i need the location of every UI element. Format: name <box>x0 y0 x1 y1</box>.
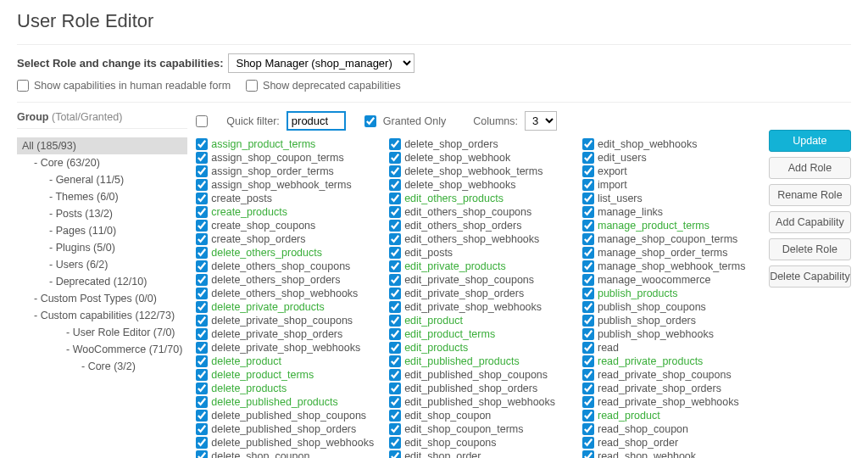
capability-checkbox[interactable] <box>389 193 401 204</box>
capability-row[interactable]: delete_private_shop_orders <box>196 327 374 341</box>
capability-row[interactable]: edit_others_shop_coupons <box>389 205 567 219</box>
tree-item[interactable]: - WooCommerce (71/70) <box>17 341 187 358</box>
tree-item[interactable]: - User Role Editor (7/0) <box>17 324 187 341</box>
capability-row[interactable]: import <box>582 178 760 192</box>
capability-checkbox[interactable] <box>389 220 401 232</box>
tree-item[interactable]: - Plugins (5/0) <box>17 239 187 256</box>
capability-row[interactable]: publish_shop_webhooks <box>582 327 760 341</box>
update-button[interactable]: Update <box>769 130 851 152</box>
capability-row[interactable]: delete_product_terms <box>196 368 374 382</box>
capability-checkbox[interactable] <box>196 437 208 449</box>
capability-checkbox[interactable] <box>582 179 594 191</box>
capability-checkbox[interactable] <box>389 315 401 327</box>
capability-checkbox[interactable] <box>389 179 401 191</box>
capability-row[interactable]: edit_others_products <box>389 192 567 205</box>
capability-checkbox[interactable] <box>389 165 401 177</box>
capability-checkbox[interactable] <box>196 220 208 232</box>
capability-checkbox[interactable] <box>389 437 401 449</box>
capability-checkbox[interactable] <box>582 206 594 218</box>
capability-row[interactable]: read <box>582 341 760 355</box>
capability-row[interactable]: manage_product_terms <box>582 219 760 232</box>
capability-row[interactable]: export <box>582 165 760 178</box>
capability-checkbox[interactable] <box>582 342 594 354</box>
capability-checkbox[interactable] <box>196 423 208 435</box>
capability-checkbox[interactable] <box>582 247 594 259</box>
capability-row[interactable]: delete_others_shop_orders <box>196 273 374 287</box>
tree-item[interactable]: - Core (3/2) <box>17 358 187 375</box>
capability-row[interactable]: delete_published_products <box>196 395 374 409</box>
capability-row[interactable]: delete_shop_webhook <box>389 151 567 165</box>
tree-item[interactable]: - Pages (11/0) <box>17 222 187 239</box>
capability-checkbox[interactable] <box>196 165 208 177</box>
granted-only-checkbox[interactable] <box>364 115 376 127</box>
capability-row[interactable]: list_users <box>582 192 760 205</box>
capability-row[interactable]: edit_private_shop_orders <box>389 287 567 300</box>
capability-row[interactable]: edit_published_products <box>389 355 567 368</box>
tree-item[interactable]: - General (11/5) <box>17 171 187 188</box>
capability-checkbox[interactable] <box>582 288 594 299</box>
capability-row[interactable]: read_private_shop_webhooks <box>582 395 760 409</box>
capability-checkbox[interactable] <box>389 342 401 354</box>
capability-checkbox[interactable] <box>389 355 401 367</box>
capability-row[interactable]: edit_published_shop_webhooks <box>389 395 567 409</box>
capability-row[interactable]: publish_products <box>582 287 760 300</box>
capability-checkbox[interactable] <box>389 328 401 340</box>
deprecated-option[interactable]: Show deprecated capabilities <box>246 80 401 92</box>
capability-checkbox[interactable] <box>196 247 208 259</box>
capability-row[interactable]: edit_products <box>389 341 567 355</box>
capability-row[interactable]: manage_shop_order_terms <box>582 246 760 260</box>
capability-row[interactable]: delete_product <box>196 355 374 368</box>
tree-item[interactable]: - Custom Post Types (0/0) <box>17 290 187 307</box>
capability-checkbox[interactable] <box>582 355 594 367</box>
add-capability-button[interactable]: Add Capability <box>769 211 851 233</box>
capability-checkbox[interactable] <box>582 165 594 177</box>
select-all-checkbox[interactable] <box>196 115 208 127</box>
capability-row[interactable]: edit_product_terms <box>389 327 567 341</box>
capability-checkbox[interactable] <box>196 260 208 272</box>
capability-row[interactable]: edit_published_shop_coupons <box>389 368 567 382</box>
capability-checkbox[interactable] <box>389 152 401 164</box>
capability-row[interactable]: publish_shop_coupons <box>582 300 760 314</box>
capability-row[interactable]: delete_products <box>196 382 374 395</box>
capability-checkbox[interactable] <box>389 206 401 218</box>
capability-row[interactable]: edit_shop_coupon <box>389 409 567 422</box>
add-role-button[interactable]: Add Role <box>769 157 851 179</box>
capability-checkbox[interactable] <box>196 179 208 191</box>
capability-checkbox[interactable] <box>389 369 401 381</box>
capability-checkbox[interactable] <box>389 423 401 435</box>
capability-row[interactable]: assign_shop_coupon_terms <box>196 151 374 165</box>
capability-row[interactable]: edit_published_shop_orders <box>389 382 567 395</box>
capability-row[interactable]: manage_links <box>582 205 760 219</box>
capability-row[interactable]: read_private_products <box>582 355 760 368</box>
capability-checkbox[interactable] <box>196 274 208 286</box>
delete-role-button[interactable]: Delete Role <box>769 238 851 260</box>
capability-checkbox[interactable] <box>196 138 208 150</box>
capability-row[interactable]: delete_private_shop_coupons <box>196 314 374 327</box>
tree-item[interactable]: - Core (63/20) <box>17 154 187 171</box>
capability-row[interactable]: delete_others_products <box>196 246 374 260</box>
capability-checkbox[interactable] <box>582 301 594 313</box>
capability-checkbox[interactable] <box>389 396 401 408</box>
capability-row[interactable]: edit_product <box>389 314 567 327</box>
capability-checkbox[interactable] <box>582 369 594 381</box>
capability-row[interactable]: delete_published_shop_coupons <box>196 409 374 422</box>
rename-role-button[interactable]: Rename Role <box>769 184 851 206</box>
capability-row[interactable]: read_private_shop_coupons <box>582 368 760 382</box>
capability-row[interactable]: edit_others_shop_webhooks <box>389 232 567 246</box>
capability-checkbox[interactable] <box>389 410 401 422</box>
capability-row[interactable]: edit_shop_order <box>389 450 567 458</box>
capability-checkbox[interactable] <box>389 383 401 394</box>
capability-checkbox[interactable] <box>389 288 401 299</box>
capability-row[interactable]: delete_shop_orders <box>389 137 567 151</box>
capability-row[interactable]: edit_shop_webhooks <box>582 137 760 151</box>
capability-row[interactable]: edit_private_shop_webhooks <box>389 300 567 314</box>
capability-checkbox[interactable] <box>389 138 401 150</box>
capability-row[interactable]: create_shop_coupons <box>196 219 374 232</box>
capability-checkbox[interactable] <box>196 301 208 313</box>
capability-row[interactable]: delete_published_shop_webhooks <box>196 436 374 450</box>
capability-checkbox[interactable] <box>389 274 401 286</box>
capability-checkbox[interactable] <box>196 342 208 354</box>
capability-row[interactable]: delete_shop_webhooks <box>389 178 567 192</box>
capability-row[interactable]: assign_shop_webhook_terms <box>196 178 374 192</box>
capability-checkbox[interactable] <box>196 206 208 218</box>
